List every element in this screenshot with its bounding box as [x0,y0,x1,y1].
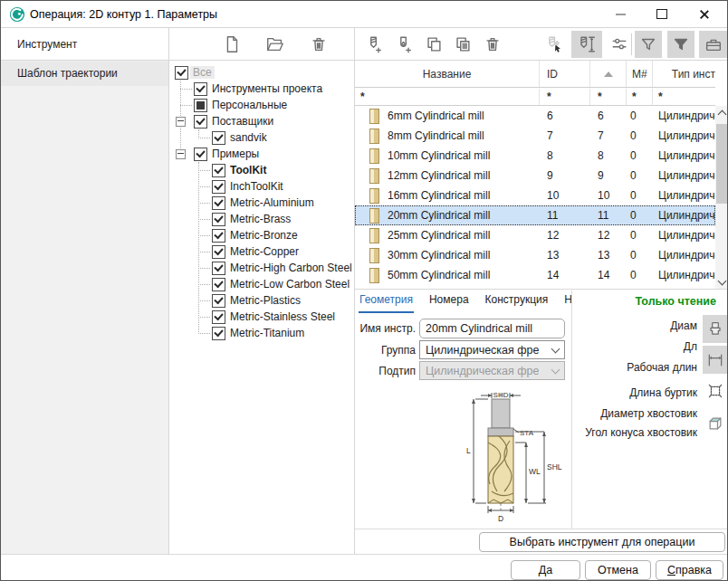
tab-settings[interactable]: Настр [563,290,571,313]
column-header-type[interactable]: Тип инст [653,61,715,87]
tree-item-metric-copper[interactable]: Metric-Copper [169,243,354,260]
bounding-region-toggle[interactable] [703,376,727,405]
checkbox-checked[interactable] [212,245,225,259]
property-label-diameter: Диам [670,319,697,334]
mill-tool-icon [369,208,379,224]
sidebar-item-toolpath-template[interactable]: Шаблон траектории [1,62,168,86]
checkbox-checked[interactable] [212,164,225,177]
copy-tool-button[interactable] [418,31,449,58]
table-row-selected[interactable]: 20mm Cylindrical mill11110Цилиндриче [355,205,715,225]
checkbox-checked[interactable] [212,262,225,275]
checkbox-checked[interactable] [175,66,188,80]
add-insert-tool-button[interactable] [388,31,419,58]
table-row[interactable]: 25mm Cylindrical mill12120Цилиндриче [355,225,715,245]
tree-item-personal[interactable]: Персональные [169,97,354,113]
tree-item-examples[interactable]: Примеры [169,146,354,162]
tree-item-sandvik[interactable]: sandvik [169,129,354,146]
tree-item-metric-brass[interactable]: Metric-Brass [169,211,354,227]
tree-item-inchtoolkit[interactable]: InchToolKit [169,178,354,195]
table-row[interactable]: 12mm Cylindrical mill990Цилиндриче [355,166,715,186]
tool-name-input[interactable] [419,319,565,338]
new-library-button[interactable] [216,31,247,58]
maximize-button[interactable] [641,1,683,27]
delete-tool-button[interactable] [477,31,508,58]
minimize-button[interactable] [599,1,641,27]
tree-item-project-tools[interactable]: Инструменты проекта [169,81,354,97]
tree-item-suppliers[interactable]: Поставщики [169,113,354,129]
cube-view-toggle[interactable] [703,409,727,437]
mill-tool-icon [369,168,379,184]
tool-profile-view-toggle[interactable] [703,315,727,343]
checkbox-checked[interactable] [194,82,207,96]
add-mill-tool-button[interactable] [359,31,389,58]
tree-item-metric-high-carbon[interactable]: Metric-High Carbon Steel [169,260,354,276]
tree-item-metric-plastics[interactable]: Metric-Plastics [169,292,354,309]
table-row[interactable]: 30mm Cylindrical mill13130Цилиндриче [355,245,715,265]
checkbox-checked[interactable] [212,196,225,210]
delete-library-button[interactable] [303,31,334,58]
checkbox-checked[interactable] [212,310,225,324]
tab-geometry[interactable]: Геометрия [359,290,414,313]
table-row[interactable]: 16mm Cylindrical mill10100Цилиндриче [355,186,715,205]
readonly-badge: Только чтение [584,295,716,308]
checkbox-checked[interactable] [212,131,225,145]
table-row[interactable]: 50mm Cylindrical mill14140Цилиндриче [355,265,715,285]
tab-construction[interactable]: Конструкция [484,290,550,313]
filter-cell[interactable]: * [653,89,715,105]
open-library-button[interactable] [260,31,291,58]
tool-dimensions-toggle[interactable] [571,31,602,58]
checkbox-checked[interactable] [212,278,225,291]
paste-tool-button[interactable] [447,31,478,58]
filter-cell[interactable]: * [540,89,590,105]
tree-item-metric-titanium[interactable]: Metric-Titanium [169,325,354,341]
tool-table-filter-row: * * * * * [355,89,715,106]
pick-tool-button[interactable] [539,31,570,58]
group-select[interactable]: Цилиндрическая фре [419,340,565,359]
toolbox-toggle[interactable] [699,31,727,58]
checkbox-checked[interactable] [194,148,207,161]
checkbox-partial[interactable] [194,99,207,112]
tree-item-metric-bronze[interactable]: Metric-Bronze [169,227,354,243]
column-header-sort[interactable] [590,61,627,87]
display-options-button[interactable] [604,31,635,58]
trash-icon [309,34,329,54]
dimension-view-toggle[interactable] [703,346,727,374]
tree-item-metric-stainless[interactable]: Metric-Stainless Steel [169,309,354,325]
select-tool-button[interactable]: Выбрать инструмент для операции [479,532,725,552]
checkbox-checked[interactable] [212,294,225,308]
cancel-button[interactable]: Отмена [585,560,651,580]
filter-cell[interactable]: * [590,89,627,105]
ok-button[interactable]: Да [511,560,580,580]
table-row[interactable]: 8mm Cylindrical mill770Цилиндриче [355,126,715,146]
table-row[interactable]: 6mm Cylindrical mill660Цилиндриче [355,106,715,126]
checkbox-checked[interactable] [212,213,225,226]
scrollbar-thumb[interactable] [716,124,727,204]
checkbox-checked[interactable] [212,180,225,194]
collapse-icon[interactable] [176,149,186,159]
column-header-m[interactable]: М# [627,61,653,87]
checkbox-checked[interactable] [194,115,207,129]
paste-icon [453,34,473,54]
checkbox-checked[interactable] [212,327,225,340]
tree-item-metric-aluminium[interactable]: Metric-Aluminium [169,195,354,211]
table-row[interactable]: 10mm Cylindrical mill880Цилиндриче [355,146,715,166]
tree-item-metric-low-carbon[interactable]: Metric-Low Carbon Steel [169,276,354,292]
table-scrollbar[interactable] [715,106,728,289]
collapse-icon[interactable] [176,117,186,127]
filter-cell[interactable]: * [627,89,653,105]
scroll-up-button[interactable] [715,106,728,119]
filter-cell[interactable]: * [355,89,540,105]
sidebar-item-tool[interactable]: Инструмент [1,28,168,61]
column-header-id[interactable]: ID [540,61,590,87]
filter-toggle[interactable] [635,31,662,58]
tree-item-toolkit[interactable]: ToolKit [169,162,354,178]
column-header-name[interactable]: Название [355,61,540,87]
scroll-down-button[interactable] [715,275,728,289]
filter-active-toggle[interactable] [667,31,694,58]
help-button[interactable]: Справка [656,560,723,580]
checkbox-checked[interactable] [212,229,225,243]
mill-tool-icon [369,248,379,263]
close-button[interactable] [683,1,724,27]
tree-item-all[interactable]: Все [169,64,354,81]
tab-numbers[interactable]: Номера [428,290,470,313]
